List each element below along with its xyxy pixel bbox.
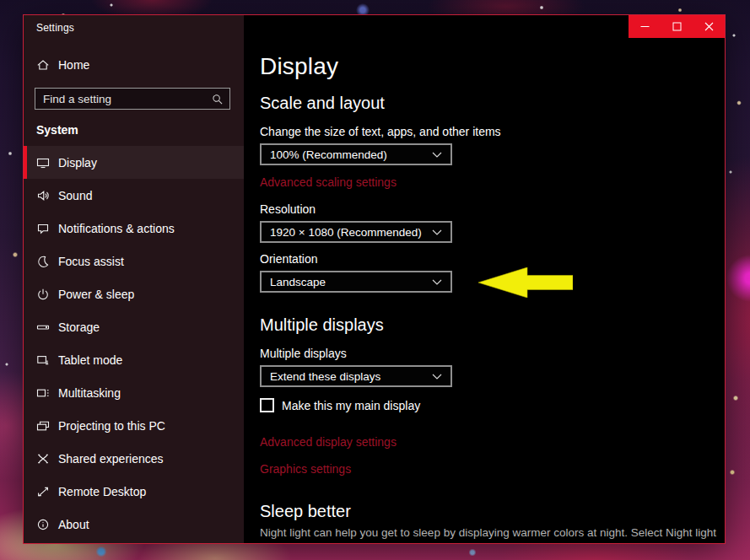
sidebar-home-label: Home <box>58 58 89 72</box>
sidebar-item-remote-desktop[interactable]: Remote Desktop <box>24 475 244 508</box>
advanced-display-link[interactable]: Advanced display settings <box>260 435 397 450</box>
search-box <box>35 88 230 110</box>
tablet-icon <box>36 353 50 367</box>
close-button[interactable] <box>693 15 725 38</box>
chevron-down-icon <box>432 369 442 384</box>
sidebar-item-shared-experiences[interactable]: Shared experiences <box>24 442 244 475</box>
sidebar-item-label: Display <box>58 156 97 170</box>
sidebar-item-about[interactable]: About <box>24 508 244 541</box>
sidebar-item-label: Projecting to this PC <box>58 419 165 433</box>
sidebar-item-focus-assist[interactable]: Focus assist <box>24 245 244 277</box>
sleep-better-heading: Sleep better <box>260 502 725 520</box>
sidebar-nav: Display Sound No <box>24 146 244 541</box>
projecting-screens-icon <box>36 419 50 433</box>
sidebar: Settings Home System <box>24 15 244 543</box>
orientation-dropdown-value: Landscape <box>270 276 326 288</box>
sidebar-section-system: System <box>36 123 78 137</box>
main-display-checkbox[interactable] <box>260 398 274 412</box>
search-icon[interactable] <box>212 94 223 105</box>
sidebar-item-projecting[interactable]: Projecting to this PC <box>24 409 244 442</box>
multitasking-icon <box>36 386 50 400</box>
home-icon <box>36 58 50 72</box>
power-icon <box>36 288 50 301</box>
search-input[interactable] <box>35 89 212 109</box>
caption-button-group <box>629 15 725 38</box>
sidebar-item-multitasking[interactable]: Multitasking <box>24 376 244 409</box>
sidebar-item-label: Notifications & actions <box>58 222 175 235</box>
notifications-icon <box>36 222 50 235</box>
chevron-down-icon <box>432 147 442 162</box>
settings-window: Settings Home System <box>23 14 726 544</box>
sidebar-item-power-sleep[interactable]: Power & sleep <box>24 277 244 310</box>
shared-experiences-icon <box>36 452 50 466</box>
sidebar-item-label: Multitasking <box>58 386 121 400</box>
display-icon <box>36 156 50 170</box>
sidebar-item-notifications[interactable]: Notifications & actions <box>24 212 244 245</box>
resolution-label: Resolution <box>260 202 725 217</box>
main-display-checkbox-label: Make this my main display <box>282 399 420 412</box>
sidebar-item-label: Sound <box>58 189 92 202</box>
size-dropdown-value: 100% (Recommended) <box>270 148 387 161</box>
chevron-down-icon <box>432 274 442 289</box>
multiple-displays-label: Multiple displays <box>260 347 725 361</box>
sidebar-item-storage[interactable]: Storage <box>24 310 244 343</box>
storage-drive-icon <box>36 320 50 334</box>
info-icon <box>36 518 50 531</box>
main-display-check-row: Make this my main display <box>260 397 725 413</box>
sidebar-item-label: Tablet mode <box>58 353 122 367</box>
sidebar-item-label: Shared experiences <box>58 452 164 466</box>
sidebar-item-label: Remote Desktop <box>58 485 146 498</box>
resolution-dropdown-value: 1920 × 1080 (Recommended) <box>270 226 422 239</box>
desktop-wallpaper: Settings Home System <box>0 0 750 560</box>
minimize-button[interactable] <box>629 15 661 38</box>
scale-layout-heading: Scale and layout <box>260 94 725 112</box>
advanced-scaling-link[interactable]: Advanced scaling settings <box>260 175 397 190</box>
page-title: Display <box>260 54 725 79</box>
maximize-button[interactable] <box>661 15 693 38</box>
multiple-displays-dropdown[interactable]: Extend these displays <box>260 365 452 387</box>
resolution-dropdown[interactable]: 1920 × 1080 (Recommended) <box>260 221 452 243</box>
sidebar-item-label: Power & sleep <box>58 288 134 301</box>
window-title: Settings <box>36 22 74 34</box>
sidebar-item-label: About <box>58 518 89 531</box>
sidebar-item-home[interactable]: Home <box>24 52 244 78</box>
size-label: Change the size of text, apps, and other… <box>260 125 725 139</box>
crescent-moon-icon <box>36 255 50 268</box>
chevron-down-icon <box>432 224 442 240</box>
sidebar-item-display[interactable]: Display <box>24 146 244 179</box>
sidebar-item-label: Focus assist <box>58 255 124 268</box>
sidebar-item-sound[interactable]: Sound <box>24 179 244 212</box>
orientation-dropdown[interactable]: Landscape <box>260 271 452 293</box>
night-light-description: Night light can help you get to sleep by… <box>260 525 725 543</box>
graphics-settings-link[interactable]: Graphics settings <box>260 462 351 477</box>
size-dropdown[interactable]: 100% (Recommended) <box>260 143 452 165</box>
sound-icon <box>36 189 50 202</box>
remote-desktop-icon <box>36 485 50 498</box>
sidebar-item-label: Storage <box>58 320 100 334</box>
orientation-label: Orientation <box>260 252 725 267</box>
main-content: Display Scale and layout Change the size… <box>244 15 725 543</box>
multiple-displays-heading: Multiple displays <box>260 315 725 334</box>
sidebar-item-tablet-mode[interactable]: Tablet mode <box>24 343 244 376</box>
selected-accent-bar <box>24 146 27 179</box>
multiple-displays-dropdown-value: Extend these displays <box>270 370 380 383</box>
